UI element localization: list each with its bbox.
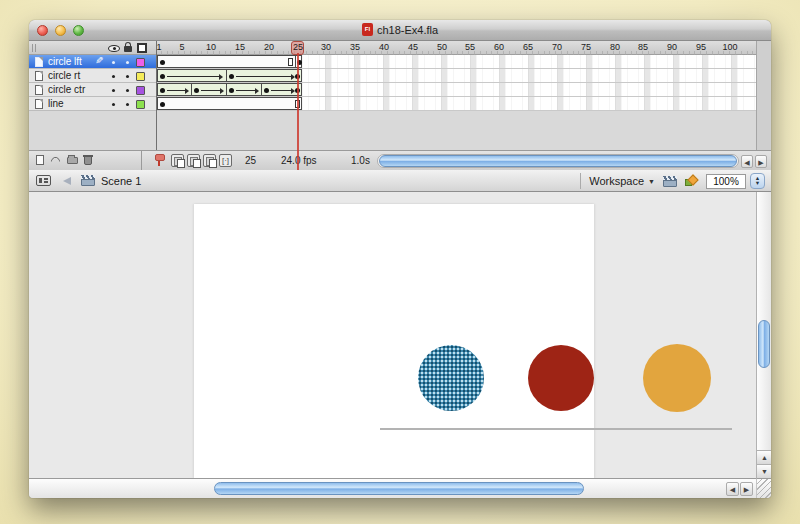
static-span[interactable] [157, 97, 302, 110]
ruler-frame-number[interactable]: 40 [379, 42, 389, 52]
ruler-frame-number[interactable]: 5 [179, 42, 184, 52]
ruler-frame-number[interactable]: 55 [465, 42, 475, 52]
timeline-scrollbar-thumb[interactable] [379, 155, 737, 167]
workspace-dropdown[interactable]: Workspace ▼ [589, 175, 655, 187]
outline-color-swatch[interactable] [136, 86, 145, 95]
layer-row-circle-lft[interactable]: circle lft ✎ [29, 55, 156, 69]
motion-tween-span[interactable] [261, 83, 302, 96]
panel-grip-icon[interactable] [32, 44, 37, 52]
scroll-up-arrow-icon[interactable]: ▲ [757, 450, 771, 464]
layer-row-circle-rt[interactable]: circle rt [29, 69, 156, 83]
ruler-frame-number[interactable]: 25 [293, 42, 303, 52]
onion-skin-icon[interactable] [171, 154, 184, 167]
zoom-level-field[interactable]: 100% [706, 174, 746, 189]
add-motion-guide-icon[interactable] [50, 154, 63, 167]
insert-layer-folder-icon[interactable] [66, 154, 79, 167]
layer-visibility-dot[interactable] [112, 89, 115, 92]
layer-name[interactable]: circle ctr [48, 84, 85, 95]
layer-lock-dot[interactable] [126, 89, 129, 92]
keyframe-dot[interactable] [264, 88, 269, 93]
outline-color-swatch[interactable] [136, 72, 145, 81]
motion-tween-span[interactable] [157, 69, 227, 82]
vertical-scrollbar[interactable]: ▲ ▼ [756, 192, 771, 478]
keyframe-dot[interactable] [160, 102, 165, 107]
ruler-frame-number[interactable]: 85 [638, 42, 648, 52]
scroll-down-arrow-icon[interactable]: ▼ [757, 464, 771, 478]
window-resize-grip[interactable] [756, 478, 771, 498]
frames-grid[interactable] [157, 55, 756, 111]
outline-all-layers-icon[interactable] [137, 43, 147, 53]
layer-lock-dot[interactable] [126, 75, 129, 78]
zoom-stepper[interactable]: ▲▼ [750, 173, 765, 189]
ruler-frame-number[interactable]: 70 [552, 42, 562, 52]
scroll-left-arrow-icon[interactable]: ◀ [726, 482, 739, 496]
timeline-ruler[interactable]: 1 5 10 15 20 25 30 35 40 45 50 55 60 65 … [29, 41, 771, 55]
ruler-frame-number[interactable]: 95 [696, 42, 706, 52]
motion-tween-span[interactable] [226, 69, 302, 82]
edit-symbols-icon[interactable] [685, 175, 698, 188]
stage-canvas[interactable] [194, 204, 594, 478]
keyframe-dot[interactable] [160, 88, 165, 93]
circle-center[interactable] [528, 345, 594, 411]
edit-multiple-frames-icon[interactable] [203, 154, 216, 167]
layer-visibility-dot[interactable] [112, 75, 115, 78]
scene-name[interactable]: Scene 1 [101, 175, 141, 187]
ruler-frame-number[interactable]: 10 [206, 42, 216, 52]
stepper-down-icon[interactable]: ▼ [755, 181, 760, 186]
lock-all-layers-icon[interactable] [124, 46, 132, 52]
circle-right[interactable] [643, 344, 711, 412]
ruler-frame-number[interactable]: 15 [235, 42, 245, 52]
playhead-line[interactable] [297, 53, 299, 170]
layer-name[interactable]: circle rt [48, 70, 80, 81]
ruler-frame-number[interactable]: 90 [667, 42, 677, 52]
keyframe-dot[interactable] [160, 74, 165, 79]
frames-row-line[interactable] [157, 97, 756, 111]
ruler-frame-number[interactable]: 20 [264, 42, 274, 52]
title-bar[interactable]: Fl ch18-Ex4.fla [29, 20, 771, 41]
layer-lock-dot[interactable] [126, 61, 129, 64]
ruler-frame-number[interactable]: 1 [156, 42, 161, 52]
layer-row-line[interactable]: line [29, 97, 156, 111]
motion-tween-span[interactable] [226, 83, 262, 96]
ruler-frame-number[interactable]: 80 [610, 42, 620, 52]
layer-name[interactable]: line [48, 98, 64, 109]
outline-color-swatch[interactable] [136, 58, 145, 67]
timeline-toggle-icon[interactable] [36, 175, 51, 186]
scroll-right-arrow-icon[interactable]: ▶ [755, 155, 767, 168]
motion-tween-span[interactable] [191, 83, 227, 96]
frames-row-circle-ctr[interactable] [157, 83, 756, 97]
ruler-frame-number[interactable]: 100 [722, 42, 737, 52]
ruler-frame-number[interactable]: 35 [350, 42, 360, 52]
layer-name[interactable]: circle lft [48, 56, 82, 67]
stage-pasteboard[interactable]: ▲ ▼ [29, 192, 771, 478]
ruler-frame-number[interactable]: 45 [408, 42, 418, 52]
back-arrow-icon[interactable] [63, 177, 71, 185]
scroll-left-arrow-icon[interactable]: ◀ [741, 155, 753, 168]
ruler-frame-number[interactable]: 60 [494, 42, 504, 52]
horizontal-scrollbar-thumb[interactable] [214, 482, 584, 495]
frames-row-circle-rt[interactable] [157, 69, 756, 83]
show-hide-all-layers-icon[interactable] [108, 45, 120, 52]
vertical-scrollbar-thumb[interactable] [758, 320, 770, 368]
layer-lock-dot[interactable] [126, 103, 129, 106]
layer-row-circle-ctr[interactable]: circle ctr [29, 83, 156, 97]
center-frame-icon[interactable] [153, 154, 166, 167]
keyframe-dot[interactable] [229, 88, 234, 93]
edit-scene-icon[interactable] [663, 176, 677, 187]
motion-tween-span[interactable] [157, 83, 192, 96]
ruler-frame-number[interactable]: 30 [321, 42, 331, 52]
ruler-frame-number[interactable]: 75 [581, 42, 591, 52]
frames-row-circle-lft[interactable] [157, 55, 756, 69]
onion-skin-outlines-icon[interactable] [187, 154, 200, 167]
keyframe-dot[interactable] [160, 60, 165, 65]
static-span[interactable] [157, 55, 296, 68]
scroll-right-arrow-icon[interactable]: ▶ [740, 482, 753, 496]
delete-layer-icon[interactable] [82, 154, 95, 167]
horizontal-scrollbar[interactable]: ◀ ▶ [29, 478, 771, 498]
ruler-frame-number[interactable]: 65 [523, 42, 533, 52]
insert-layer-icon[interactable] [34, 154, 47, 167]
outline-color-swatch[interactable] [136, 100, 145, 109]
keyframe-dot[interactable] [194, 88, 199, 93]
circle-left-selected[interactable] [418, 345, 484, 411]
ruler-frame-number[interactable]: 50 [437, 42, 447, 52]
